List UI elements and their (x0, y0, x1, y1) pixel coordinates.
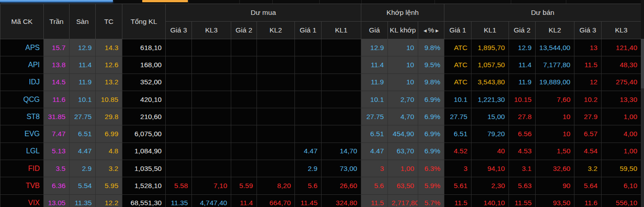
cell-match-price: 10.1 (361, 91, 388, 108)
cell-buy-vol-1 (322, 125, 361, 143)
cell-match-percent: 6.9% (418, 108, 444, 125)
cell-buy-price-2: 5.59 (231, 177, 257, 194)
cell-match-price: 11.5 (361, 194, 388, 207)
cell-sell-vol-3: 4,00 (602, 125, 641, 143)
cell-buy-vol-3 (192, 125, 231, 143)
cell-buy-vol-1: 324,80 (322, 194, 361, 207)
cell-total: 1,528,10 (122, 177, 166, 194)
tab-strip (0, 0, 641, 4)
cell-sell-vol-3: 275,40 (602, 74, 641, 91)
price-board-table: Mã CK Trần Sàn TC Tổng KL Dư mua Khớp lệ… (0, 4, 641, 207)
cell-buy-price-1: 2.9 (295, 160, 322, 177)
table-row-tvb[interactable]: TVB6.365.545.951,528,105.587,105.598,205… (0, 177, 641, 194)
col-header-ref[interactable]: TC (96, 4, 122, 39)
col-header-sell-giá-1[interactable]: Giá 1 (444, 22, 471, 39)
col-header-buy-giá-3[interactable]: Giá 3 (166, 22, 192, 39)
stock-price-board: Mã CK Trần Sàn TC Tổng KL Dư mua Khớp lệ… (0, 0, 644, 207)
cell-sell-price-2: 5.63 (509, 177, 536, 194)
cell-buy-price-2 (231, 108, 257, 125)
cell-ref: 13.2 (96, 74, 122, 91)
cell-ref: 5.95 (96, 177, 122, 194)
cell-sell-price-1: 5.61 (444, 177, 471, 194)
table-row-api[interactable]: API13.811.412.6168,0011.4109.5%ATC1,057,… (0, 56, 641, 74)
cell-match-percent: 6.9% (418, 91, 444, 108)
col-header-buy-kl2[interactable]: KL2 (257, 22, 295, 39)
cell-total: 618,10 (122, 39, 166, 56)
col-header-match-%[interactable]: ◀%▶ (418, 22, 444, 39)
col-header-buy-giá-1[interactable]: Giá 1 (295, 22, 322, 39)
col-header-sell-kl3[interactable]: KL3 (602, 22, 641, 39)
cell-buy-price-1: 4.47 (295, 143, 322, 160)
cell-buy-vol-1 (322, 91, 361, 108)
prev-columns-arrow-icon[interactable]: ◀ (422, 28, 428, 33)
col-header-buy-kl1[interactable]: KL1 (322, 22, 361, 39)
cell-buy-price-2 (231, 56, 257, 74)
tab-divider (361, 0, 362, 4)
col-header-match-giá[interactable]: Giá (361, 22, 388, 39)
header-group-row: Mã CK Trần Sàn TC Tổng KL Dư mua Khớp lệ… (0, 4, 641, 22)
cell-match-percent: 9.8% (418, 74, 444, 91)
table-row-evg[interactable]: EVG7.476.516.996,075,006.51454,906.9%6.5… (0, 125, 641, 143)
cell-ceiling: 13.8 (44, 56, 70, 74)
cell-buy-price-1 (295, 125, 322, 143)
table-row-qcg[interactable]: QCG11.610.110.85420,1010.12,706.9%10.11,… (0, 91, 641, 108)
cell-ref: 12.6 (96, 56, 122, 74)
table-row-vix[interactable]: VIX13.0511.3512.268,551,3011.354,747,401… (0, 194, 641, 207)
table-row-fid[interactable]: FID3.52.93.21,035,502.973,0031,006.3%394… (0, 160, 641, 177)
cell-buy-price-2 (231, 91, 257, 108)
tab-divider (272, 0, 273, 4)
col-header-floor[interactable]: Sàn (70, 4, 96, 39)
col-header-buy-kl3[interactable]: KL3 (192, 22, 231, 39)
secondary-tab-indicator[interactable] (142, 0, 188, 2)
cell-total: 6,075,00 (122, 125, 166, 143)
col-header-code[interactable]: Mã CK (0, 4, 44, 39)
cell-sell-vol-2: 10 (536, 108, 574, 125)
cell-ref: 10.85 (96, 91, 122, 108)
cell-ceiling: 15.7 (44, 39, 70, 56)
cell-match-volume: 2,70 (388, 91, 418, 108)
col-header-ceiling[interactable]: Trần (44, 4, 70, 39)
cell-sell-vol-2: 13,544,00 (536, 39, 574, 56)
col-header-total-volume[interactable]: Tổng KL (122, 4, 166, 39)
col-header-sell-kl1[interactable]: KL1 (471, 22, 509, 39)
cell-sell-vol-2: 32,60 (536, 160, 574, 177)
table-row-aps[interactable]: APS15.712.914.3618,1012.9109.8%ATC1,895,… (0, 39, 641, 56)
cell-total: 1,035,50 (122, 160, 166, 177)
cell-buy-price-2 (231, 143, 257, 160)
cell-buy-vol-3 (192, 39, 231, 56)
cell-buy-vol-3 (192, 74, 231, 91)
col-header-sell-kl2[interactable]: KL2 (536, 22, 574, 39)
tab-divider (566, 0, 566, 4)
cell-sell-vol-2: 19,889,00 (536, 74, 574, 91)
cell-floor: 10.1 (70, 91, 96, 108)
col-header-sell-giá-2[interactable]: Giá 2 (509, 22, 536, 39)
cell-sell-price-3: 13 (574, 39, 602, 56)
vertical-scrollbar[interactable] (641, 0, 644, 207)
col-header-sell-giá-3[interactable]: Giá 3 (574, 22, 602, 39)
col-header-buy-giá-2[interactable]: Giá 2 (231, 22, 257, 39)
cell-buy-price-3 (166, 143, 192, 160)
cell-sell-price-1: ATC (444, 56, 471, 74)
cell-sell-price-1: 11.5 (444, 194, 471, 207)
table-row-idj[interactable]: IDJ14.511.913.2352,0011.9109.8%ATC3,543,… (0, 74, 641, 91)
scrollbar-thumb[interactable] (641, 39, 644, 88)
cell-match-price: 11.4 (361, 56, 388, 74)
cell-total: 68,551,30 (122, 194, 166, 207)
table-row-st8[interactable]: ST831.8527.7529.8210,6027.754,706.9%27.7… (0, 108, 641, 125)
col-header-match-kl-khớp[interactable]: KL khớp (388, 22, 418, 39)
cell-ref: 4.8 (96, 143, 122, 160)
cell-sell-price-2: 11.9 (509, 74, 536, 91)
cell-floor: 2.9 (70, 160, 96, 177)
col-header-match-pct-label: % (428, 26, 434, 34)
cell-sell-vol-2: 7,60 (536, 91, 574, 108)
active-tab-indicator[interactable] (0, 0, 113, 2)
next-columns-arrow-icon[interactable]: ▶ (434, 28, 440, 33)
cell-ceiling: 31.85 (44, 108, 70, 125)
cell-sell-vol-2: 90 (536, 177, 574, 194)
group-header-buy: Dư mua (166, 4, 361, 22)
cell-match-percent: 5.7% (418, 194, 444, 207)
table-row-lgl[interactable]: LGL5.134.474.81,084,904.4714,704.4763,70… (0, 143, 641, 160)
cell-buy-vol-1 (322, 56, 361, 74)
cell-code: TVB (0, 177, 44, 194)
cell-buy-vol-2 (257, 143, 295, 160)
